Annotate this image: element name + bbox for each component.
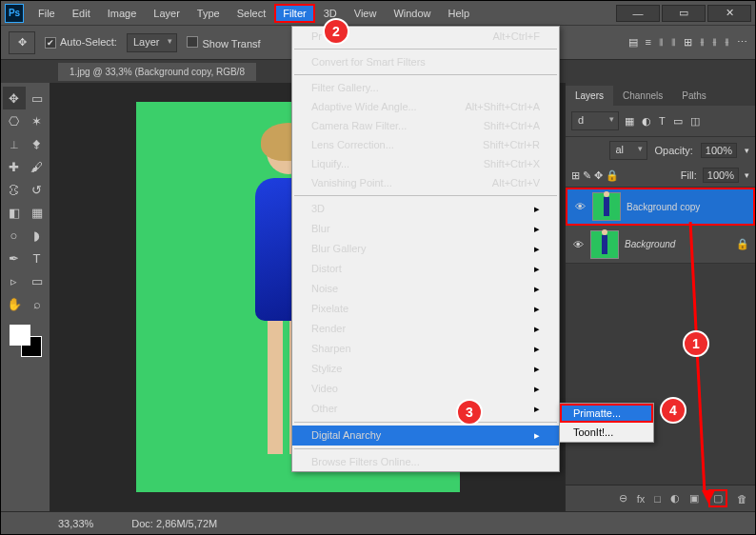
- filter-browse-online[interactable]: Browse Filters Online...: [292, 452, 559, 471]
- filter-type-icon[interactable]: T: [659, 115, 666, 128]
- filter-gallery[interactable]: Filter Gallery...: [292, 78, 559, 97]
- filter-blur[interactable]: Blur: [292, 219, 559, 239]
- move-tool[interactable]: ✥: [3, 87, 26, 109]
- group-icon[interactable]: ▣: [689, 492, 699, 505]
- layer-thumbnail[interactable]: [592, 192, 621, 221]
- filter-convert-smart[interactable]: Convert for Smart Filters: [292, 52, 559, 71]
- align-icon[interactable]: ⫴: [671, 36, 676, 49]
- layer-name[interactable]: Background copy: [627, 202, 747, 212]
- layer-row-background-copy[interactable]: 👁 Background copy: [566, 188, 755, 226]
- dodge-tool[interactable]: ◗: [26, 224, 49, 247]
- submenu-toonit[interactable]: ToonIt!...: [560, 423, 653, 442]
- filter-camera-raw[interactable]: Camera Raw Filter...Shift+Ctrl+A: [292, 116, 559, 135]
- menu-image[interactable]: Image: [99, 4, 146, 23]
- filter-shape-icon[interactable]: ▭: [673, 115, 683, 128]
- lock-icons[interactable]: ⊞ ✎ ✥ 🔒: [571, 169, 619, 182]
- move-tool-icon[interactable]: ✥: [9, 31, 35, 54]
- menu-edit[interactable]: Edit: [64, 4, 99, 23]
- tab-channels[interactable]: Channels: [613, 86, 672, 106]
- color-swatches[interactable]: [10, 325, 42, 357]
- adjustment-icon[interactable]: ◐: [670, 492, 680, 505]
- submenu-primatte[interactable]: Primatte...: [560, 404, 653, 423]
- type-tool[interactable]: T: [26, 247, 49, 269]
- tab-layers[interactable]: Layers: [566, 86, 613, 106]
- visibility-icon[interactable]: 👁: [573, 201, 587, 212]
- layer-filter-kind[interactable]: d: [571, 111, 619, 130]
- tab-paths[interactable]: Paths: [672, 86, 716, 106]
- filter-smart-icon[interactable]: ◫: [690, 115, 700, 128]
- marquee-tool[interactable]: ▭: [26, 87, 49, 109]
- hand-tool[interactable]: ✋: [3, 292, 26, 315]
- opacity-value[interactable]: 100%: [701, 143, 737, 158]
- filter-vanishing-point[interactable]: Vanishing Point...Alt+Ctrl+V: [292, 173, 559, 192]
- filter-other[interactable]: Other: [292, 399, 559, 419]
- pen-tool[interactable]: ✒: [3, 247, 26, 269]
- healing-tool[interactable]: ✚: [3, 155, 26, 178]
- menu-filter[interactable]: Filter: [274, 4, 314, 23]
- mask-icon[interactable]: □: [654, 493, 661, 505]
- filter-pixelate[interactable]: Pixelate: [292, 299, 559, 319]
- minimize-button[interactable]: —: [616, 5, 660, 22]
- filter-liquify[interactable]: Liquify...Shift+Ctrl+X: [292, 154, 559, 173]
- document-tab[interactable]: 1.jpg @ 33,3% (Background copy, RGB/8: [58, 63, 256, 81]
- filter-video[interactable]: Video: [292, 379, 559, 399]
- align-icon[interactable]: ≡: [646, 36, 651, 49]
- show-transform-check[interactable]: Show Transf: [187, 36, 260, 50]
- restore-button[interactable]: ▭: [662, 5, 706, 22]
- align-icon[interactable]: ⫵: [725, 36, 729, 49]
- path-tool[interactable]: ▹: [3, 269, 26, 292]
- doc-size[interactable]: Doc: 2,86M/5,72M: [131, 518, 217, 529]
- menu-layer[interactable]: Layer: [145, 4, 189, 23]
- gradient-tool[interactable]: ▦: [26, 201, 49, 224]
- lasso-tool[interactable]: ⎔: [3, 109, 26, 132]
- chevron-down-icon[interactable]: ▾: [745, 146, 749, 155]
- layer-thumbnail[interactable]: [590, 230, 619, 259]
- auto-select-target[interactable]: Layer: [127, 33, 178, 52]
- filter-adjust-icon[interactable]: ◐: [642, 115, 651, 128]
- auto-select-check[interactable]: Auto-Select:: [45, 36, 117, 49]
- align-icon[interactable]: ⫵: [700, 36, 705, 49]
- menu-select[interactable]: Select: [229, 4, 275, 23]
- align-icon[interactable]: ⋯: [737, 36, 747, 49]
- foreground-swatch[interactable]: [10, 325, 30, 346]
- crop-tool[interactable]: ⟂: [3, 132, 26, 155]
- layer-name[interactable]: Background: [625, 239, 730, 249]
- filter-digital-anarchy[interactable]: Digital Anarchy: [292, 426, 559, 446]
- align-icon[interactable]: ⫴: [659, 36, 664, 49]
- zoom-tool[interactable]: ⌕: [26, 292, 49, 315]
- align-icon[interactable]: ⊞: [684, 36, 692, 49]
- filter-lens-correction[interactable]: Lens Correction...Shift+Ctrl+R: [292, 135, 559, 154]
- brush-tool[interactable]: 🖌: [26, 155, 49, 178]
- filter-3d[interactable]: 3D: [292, 199, 559, 219]
- blur-tool[interactable]: ○: [3, 224, 26, 247]
- menu-file[interactable]: File: [30, 4, 64, 23]
- menu-window[interactable]: Window: [385, 4, 439, 23]
- filter-sharpen[interactable]: Sharpen: [292, 339, 559, 359]
- filter-blur-gallery[interactable]: Blur Gallery: [292, 239, 559, 259]
- align-icon[interactable]: ▤: [628, 36, 638, 49]
- fill-value[interactable]: 100%: [703, 168, 739, 183]
- menu-view[interactable]: View: [346, 4, 386, 23]
- chevron-down-icon[interactable]: ▾: [745, 170, 749, 180]
- fx-icon[interactable]: fx: [637, 493, 646, 505]
- zoom-level[interactable]: 33,33%: [58, 518, 93, 529]
- trash-icon[interactable]: 🗑: [737, 493, 747, 505]
- history-brush-tool[interactable]: ↺: [26, 178, 49, 201]
- menu-type[interactable]: Type: [189, 4, 229, 23]
- close-button[interactable]: ✕: [707, 5, 751, 22]
- eraser-tool[interactable]: ◧: [3, 201, 26, 224]
- align-icon[interactable]: ⫵: [712, 36, 717, 49]
- filter-noise[interactable]: Noise: [292, 279, 559, 299]
- filter-pixel-icon[interactable]: ▦: [625, 115, 634, 128]
- menu-help[interactable]: Help: [440, 4, 479, 23]
- eyedropper-tool[interactable]: ⧪: [26, 132, 49, 155]
- shape-tool[interactable]: ▭: [26, 269, 49, 292]
- filter-distort[interactable]: Distort: [292, 259, 559, 279]
- filter-adaptive-wide-angle[interactable]: Adaptive Wide Angle...Alt+Shift+Ctrl+A: [292, 97, 559, 116]
- layer-row-background[interactable]: 👁 Background 🔒: [566, 226, 755, 264]
- blend-mode-select[interactable]: al: [609, 141, 647, 160]
- visibility-icon[interactable]: 👁: [571, 239, 585, 250]
- stamp-tool[interactable]: ⛻: [3, 178, 26, 201]
- filter-stylize[interactable]: Stylize: [292, 359, 559, 379]
- filter-render[interactable]: Render: [292, 319, 559, 339]
